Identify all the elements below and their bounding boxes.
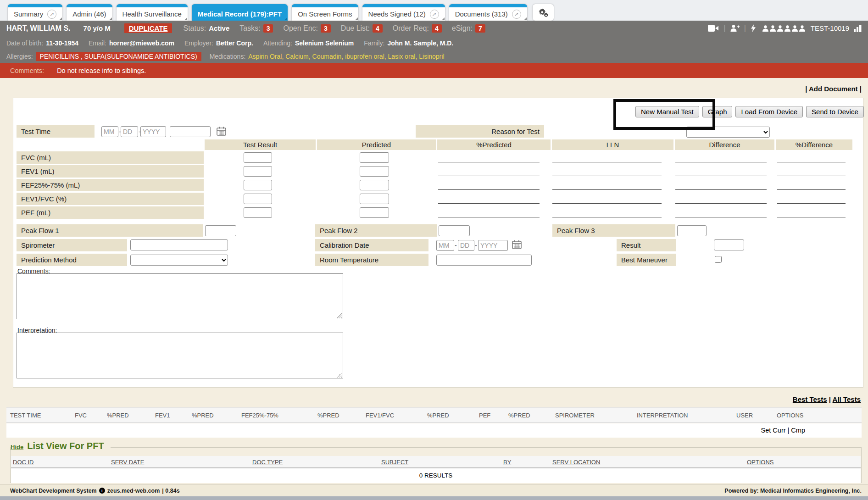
results-col-user-13[interactable]: USER <box>736 412 753 419</box>
send-to-device-button[interactable]: Send to Device <box>806 106 864 117</box>
hide-link[interactable]: Hide <box>11 444 23 450</box>
metric-fev1-ml-test-result-input[interactable] <box>244 166 272 177</box>
results-col-fev1-fvc-7[interactable]: FEV1/FVC <box>366 412 394 419</box>
results-col-pred-4[interactable]: %PRED <box>192 412 214 419</box>
spirometer-input[interactable] <box>130 239 228 250</box>
comments-textarea[interactable] <box>17 274 343 319</box>
list-col-options[interactable]: OPTIONS <box>747 459 774 466</box>
metric-pef-ml-predicted-input[interactable] <box>360 207 389 218</box>
test-time-mm-input[interactable] <box>101 126 118 137</box>
load-from-device-button[interactable]: Load From Device <box>735 106 803 117</box>
person-icon[interactable] <box>799 25 805 32</box>
room-temperature-input[interactable] <box>436 255 532 266</box>
popout-icon[interactable]: ↗ <box>430 10 439 19</box>
chart-stats-icon[interactable] <box>854 25 862 32</box>
calibration-yyyy-input[interactable] <box>478 240 508 251</box>
graph-button[interactable]: Graph <box>702 106 733 117</box>
calendar-icon[interactable] <box>217 127 226 138</box>
popout-icon[interactable]: ↗ <box>512 10 521 19</box>
allergies-medications-bar: Allergies: PENICILLINS , SULFA(SULFONAMI… <box>0 50 868 63</box>
result-input[interactable] <box>714 239 744 250</box>
metric-fef25-75-ml-predicted-input[interactable] <box>360 180 389 190</box>
results-col-pef-9[interactable]: PEF <box>479 412 490 419</box>
medication-link[interactable]: Lasix oral, <box>388 53 419 60</box>
metric-fev1-fvc-predicted-input[interactable] <box>360 194 389 204</box>
peak-flow-2-input[interactable] <box>439 225 470 236</box>
medication-link[interactable]: ibuprofen oral, <box>345 53 388 60</box>
duplicate-badge[interactable]: DUPLICATE <box>124 23 172 33</box>
metric-fev1-ml-predicted-input[interactable] <box>360 166 389 177</box>
metric-fvc-ml-predicted-input[interactable] <box>360 152 389 163</box>
person-icon[interactable] <box>770 25 776 32</box>
peak-flow-3-input[interactable] <box>677 225 707 236</box>
results-col-fef25-75-5[interactable]: FEF25%-75% <box>241 412 278 419</box>
tab-summary[interactable]: Summary↗ <box>8 4 62 21</box>
test-time-yyyy-input[interactable] <box>140 126 166 137</box>
tab-needs-signed-12[interactable]: Needs Signed (12)↗ <box>362 4 445 21</box>
metric-underline <box>675 217 767 217</box>
prediction-method-select[interactable] <box>130 255 228 266</box>
test-time-time-input[interactable] <box>170 126 211 137</box>
person-icon[interactable] <box>785 25 790 32</box>
calibration-mm-input[interactable] <box>436 240 454 251</box>
medication-link[interactable]: Calcium, <box>285 53 312 60</box>
person-icon[interactable] <box>762 25 768 32</box>
best-tests-link[interactable]: Best Tests <box>793 395 827 403</box>
peak-flow-1-input[interactable] <box>205 225 236 236</box>
person-icon[interactable] <box>792 25 798 32</box>
calibration-dd-input[interactable] <box>458 240 474 251</box>
results-col-pred-8[interactable]: %PRED <box>427 412 449 419</box>
results-col-interpretation-12[interactable]: INTERPRETATION <box>637 412 688 419</box>
tab-documents-313[interactable]: Documents (313)↗ <box>449 4 527 21</box>
badge-count[interactable]: 4 <box>432 24 442 33</box>
results-col-fev1-3[interactable]: FEV1 <box>155 412 170 419</box>
results-col-pred-2[interactable]: %PRED <box>107 412 129 419</box>
results-col-fvc-1[interactable]: FVC <box>75 412 87 419</box>
settings-button[interactable] <box>533 4 554 21</box>
results-col-spirometer-11[interactable]: SPIROMETER <box>555 412 595 419</box>
list-col-by[interactable]: BY <box>503 459 511 466</box>
popout-icon[interactable]: ↗ <box>47 10 56 19</box>
add-document-link[interactable]: Add Document <box>809 85 858 93</box>
video-call-icon[interactable] <box>708 25 719 32</box>
all-tests-link[interactable]: All Tests <box>833 395 861 403</box>
tab-medical-record-179-pft[interactable]: Medical Record (179):PFT <box>192 4 288 21</box>
tab-label: Medical Record (179):PFT <box>198 10 282 18</box>
new-manual-test-button[interactable]: New Manual Test <box>635 106 699 117</box>
tab-health-surveillance[interactable]: Health Surveillance <box>117 4 188 21</box>
list-col-doc-type[interactable]: DOC TYPE <box>252 459 283 466</box>
lightning-icon[interactable] <box>751 24 756 32</box>
medication-link[interactable]: Aspirin Oral, <box>248 53 285 60</box>
metric-fvc-ml-test-result-input[interactable] <box>244 152 272 163</box>
medication-link[interactable]: Lisinopril <box>419 53 444 60</box>
best-maneuver-checkbox[interactable] <box>715 256 722 263</box>
results-col-pred-10[interactable]: %PRED <box>508 412 530 419</box>
results-col-options-14[interactable]: OPTIONS <box>777 412 804 419</box>
list-col-serv-location[interactable]: SERV LOCATION <box>552 459 600 466</box>
badge-count[interactable]: 7 <box>475 24 485 33</box>
test-time-dd-input[interactable] <box>121 126 138 137</box>
calendar-icon[interactable] <box>512 240 522 251</box>
badge-count[interactable]: 3 <box>321 24 331 33</box>
list-col-subject[interactable]: SUBJECT <box>381 459 408 466</box>
set-curr-cmp[interactable]: Set Curr | Cmp <box>761 427 805 434</box>
medication-link[interactable]: Coumadin, <box>312 53 345 60</box>
results-col-pred-6[interactable]: %PRED <box>317 412 339 419</box>
badge-count[interactable]: 4 <box>373 24 383 33</box>
list-col-serv-date[interactable]: SERV DATE <box>111 459 144 466</box>
badge-count[interactable]: 3 <box>263 24 273 33</box>
reason-for-test-select[interactable] <box>686 127 770 138</box>
tab-admin-46[interactable]: Admin (46) <box>67 4 112 21</box>
person-icon[interactable] <box>777 25 783 32</box>
tab-on-screen-forms[interactable]: On Screen Forms <box>292 4 358 21</box>
add-person-icon[interactable] <box>730 25 740 32</box>
info-icon[interactable]: i <box>99 488 105 494</box>
metric-fev1-fvc-test-result-input[interactable] <box>244 194 272 204</box>
results-col-test-time-0[interactable]: TEST TIME <box>10 412 41 419</box>
list-col-doc-id[interactable]: DOC ID <box>13 459 34 466</box>
metric-fef25-75-ml-test-result-input[interactable] <box>244 180 272 190</box>
metric-pef-ml-test-result-input[interactable] <box>244 207 272 218</box>
allergies-badge[interactable]: PENICILLINS , SULFA(SULFONAMIDE ANTIBIOT… <box>36 52 201 61</box>
interpretation-textarea[interactable] <box>17 333 343 378</box>
active-users-icons[interactable] <box>762 25 805 32</box>
